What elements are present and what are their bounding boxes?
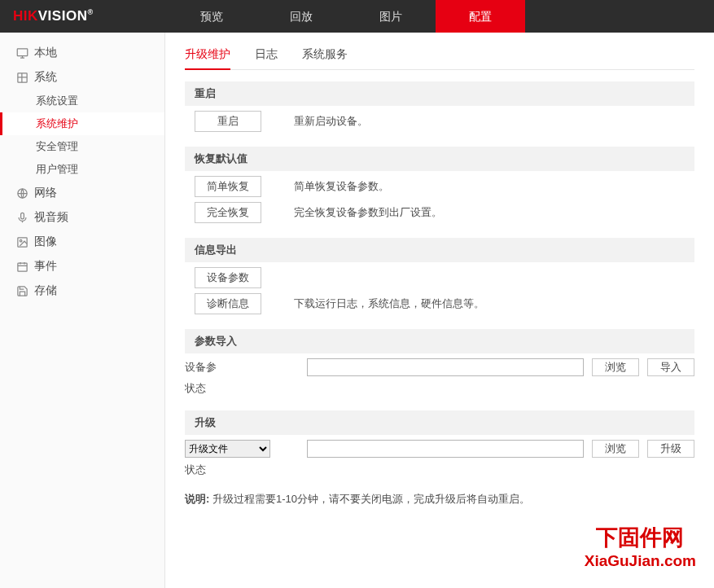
reboot-button[interactable]: 重启 <box>195 111 261 132</box>
monitor-icon <box>16 47 34 59</box>
subtab-log[interactable]: 日志 <box>255 42 278 69</box>
sidebar-sub-user[interactable]: 用户管理 <box>0 158 164 181</box>
section-export-header: 信息导出 <box>185 238 694 262</box>
topbar: HIKVISION® 预览 回放 图片 配置 <box>0 0 714 33</box>
upgrade-note: 说明: 升级过程需要1-10分钟，请不要关闭电源，完成升级后将自动重启。 <box>185 492 694 507</box>
export-diag-button[interactable]: 诊断信息 <box>195 293 261 314</box>
export-diag-desc: 下载运行日志，系统信息，硬件信息等。 <box>294 296 484 311</box>
nav-picture[interactable]: 图片 <box>346 0 436 33</box>
calendar-icon <box>16 261 34 273</box>
upgrade-file-input[interactable] <box>307 440 584 458</box>
import-file-input[interactable] <box>307 358 584 376</box>
sidebar-item-label: 本地 <box>34 46 57 60</box>
mic-icon <box>16 212 34 224</box>
sidebar-item-label: 系统 <box>34 70 57 85</box>
subtabs: 升级维护 日志 系统服务 <box>185 42 694 70</box>
sidebar-item-label: 存储 <box>34 283 57 298</box>
sidebar-item-image[interactable]: 图像 <box>0 230 164 254</box>
sidebar-item-label: 图像 <box>34 235 57 249</box>
top-nav: 预览 回放 图片 配置 <box>167 0 525 33</box>
export-params-button[interactable]: 设备参数 <box>195 267 261 288</box>
image-icon <box>16 236 34 248</box>
svg-rect-3 <box>21 213 24 219</box>
sidebar-sub-maintenance[interactable]: 系统维护 <box>0 112 164 135</box>
sidebar-item-label: 视音频 <box>34 210 68 225</box>
svg-rect-6 <box>18 263 27 271</box>
sidebar-sub-settings[interactable]: 系统设置 <box>0 90 164 112</box>
subtab-service[interactable]: 系统服务 <box>302 42 348 69</box>
sidebar-item-local[interactable]: 本地 <box>0 41 164 65</box>
main-content: 升级维护 日志 系统服务 重启 重启 重新启动设备。 恢复默认值 简单恢复 简单… <box>165 33 714 588</box>
simple-restore-desc: 简单恢复设备参数。 <box>294 179 389 194</box>
full-restore-desc: 完全恢复设备参数到出厂设置。 <box>294 205 442 220</box>
subtab-maintenance[interactable]: 升级维护 <box>185 42 230 70</box>
sidebar-item-label: 网络 <box>34 186 57 200</box>
import-label: 设备参 <box>185 360 307 375</box>
section-reboot-header: 重启 <box>185 81 694 106</box>
sidebar-item-system[interactable]: 系统 <box>0 65 164 90</box>
grid-icon <box>16 72 34 84</box>
sidebar: 本地 系统 系统设置 系统维护 安全管理 用户管理 网络 视音频 <box>0 33 165 588</box>
sidebar-item-storage[interactable]: 存储 <box>0 279 164 303</box>
sidebar-item-network[interactable]: 网络 <box>0 181 164 205</box>
section-import-header: 参数导入 <box>185 329 694 353</box>
upgrade-type-select[interactable]: 升级文件 <box>185 440 270 458</box>
import-browse-button[interactable]: 浏览 <box>592 358 639 376</box>
section-restore-header: 恢复默认值 <box>185 147 694 171</box>
upgrade-browse-button[interactable]: 浏览 <box>592 440 639 458</box>
brand-logo: HIKVISION® <box>0 8 167 24</box>
svg-point-5 <box>20 239 22 242</box>
simple-restore-button[interactable]: 简单恢复 <box>195 176 261 197</box>
save-icon <box>16 285 34 297</box>
import-status-label: 状态 <box>185 381 307 396</box>
sidebar-sub-security[interactable]: 安全管理 <box>0 135 164 158</box>
upgrade-status-label: 状态 <box>185 463 307 477</box>
nav-config[interactable]: 配置 <box>436 0 525 33</box>
nav-preview[interactable]: 预览 <box>167 0 256 33</box>
sidebar-item-label: 事件 <box>34 259 57 274</box>
sidebar-item-av[interactable]: 视音频 <box>0 205 164 230</box>
section-upgrade-header: 升级 <box>185 410 694 435</box>
upgrade-button[interactable]: 升级 <box>647 440 694 458</box>
sidebar-item-event[interactable]: 事件 <box>0 254 164 279</box>
nav-playback[interactable]: 回放 <box>256 0 346 33</box>
globe-icon <box>16 187 34 200</box>
svg-rect-0 <box>17 48 28 55</box>
import-button[interactable]: 导入 <box>647 358 694 376</box>
full-restore-button[interactable]: 完全恢复 <box>195 202 261 223</box>
reboot-desc: 重新启动设备。 <box>294 114 368 129</box>
